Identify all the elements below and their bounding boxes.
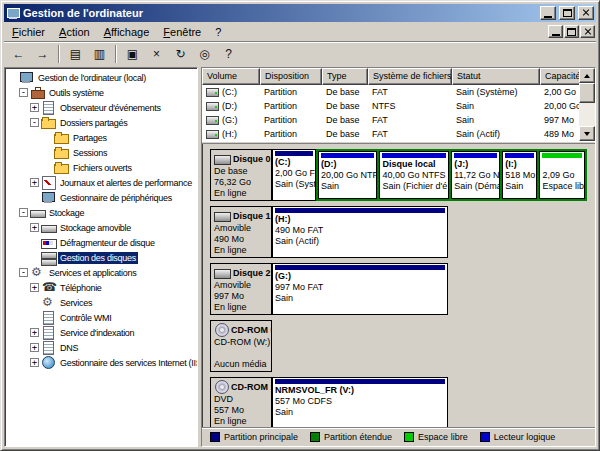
free-space-swatch — [404, 432, 414, 442]
disk-1-header[interactable]: Disque 1 Amovible 490 Mo En ligne — [210, 206, 272, 258]
legend-label: Lecteur logique — [494, 432, 556, 442]
vertical-scrollbar[interactable] — [579, 68, 595, 141]
menu-affichage[interactable]: Affichage — [97, 24, 157, 40]
export-list-button[interactable]: ▥ — [88, 44, 111, 65]
volume-row-d[interactable]: (D:) Partition De base NTFS Sain 20,00 G… — [202, 99, 595, 113]
refresh-button[interactable]: ↻ — [169, 44, 192, 65]
partition-h[interactable]: (H:) 490 Mo FAT Sain (Actif) — [272, 206, 448, 258]
partition-c[interactable]: (C:) 2,00 Go F Sain (Syst — [272, 149, 316, 201]
volume-disposition: Partition — [260, 129, 322, 139]
disk-graphical-view: Disque 0 De base 76,32 Go En ligne (C:) … — [202, 144, 595, 427]
partition-d[interactable]: (D:) 20,00 Go NTF Sain — [318, 151, 377, 199]
document-icon — [41, 326, 56, 339]
back-button[interactable]: ← — [7, 44, 30, 65]
mdi-restore-button[interactable] — [564, 25, 579, 38]
title-bar[interactable]: Gestion de l'ordinateur — [4, 4, 596, 22]
column-header-type[interactable]: Type — [322, 68, 368, 85]
properties-button[interactable]: ▣ — [121, 44, 144, 65]
tree-item-observateur-evenements[interactable]: + Observateur d'événements — [5, 100, 197, 115]
partition-disque-local[interactable]: Disque local 40,00 Go NTFS Sain (Fichier… — [379, 151, 449, 199]
expand-toggle[interactable]: + — [30, 223, 39, 232]
expand-toggle[interactable]: + — [30, 358, 39, 367]
show-tree-button[interactable]: ▤ — [64, 44, 87, 65]
disk-0-header[interactable]: Disque 0 De base 76,32 Go En ligne — [210, 149, 272, 201]
volume-list: Volume Disposition Type Système de fichi… — [202, 68, 595, 141]
expand-toggle[interactable]: - — [19, 268, 28, 277]
disk-row-disque-0: Disque 0 De base 76,32 Go En ligne (C:) … — [210, 149, 587, 201]
partition-size: 11,72 Go NTF — [454, 170, 497, 181]
column-header-disposition[interactable]: Disposition — [260, 68, 322, 85]
volume-row-h[interactable]: (H:) Partition De base FAT Sain (Actif) … — [202, 127, 595, 141]
scroll-thumb[interactable] — [579, 83, 595, 103]
tree-item-stockage[interactable]: - Stockage — [5, 205, 197, 220]
menu-fenetre[interactable]: Fenêtre — [156, 24, 208, 40]
close-button[interactable] — [578, 6, 594, 20]
delete-button[interactable]: × — [145, 44, 168, 65]
menu-aide[interactable]: ? — [208, 24, 228, 40]
partition-i[interactable]: (I:) 518 Mo Sain — [502, 151, 537, 199]
expand-toggle[interactable]: + — [30, 328, 39, 337]
restore-icon — [567, 28, 576, 36]
tree-item-dossiers-partages[interactable]: - Dossiers partagés — [5, 115, 197, 130]
tree-item-computer-management[interactable]: Gestion de l'ordinateur (local) — [5, 70, 197, 85]
expand-toggle[interactable]: + — [30, 103, 39, 112]
scroll-up-button[interactable] — [579, 68, 595, 83]
minimize-button[interactable] — [540, 6, 556, 20]
extended-partition-frame: (D:) 20,00 Go NTF Sain Disque local 40,0… — [316, 149, 587, 201]
tree-item-partages[interactable]: Partages — [5, 130, 197, 145]
tree-item-stockage-amovible[interactable]: + Stockage amovible — [5, 220, 197, 235]
expand-toggle[interactable]: - — [30, 118, 39, 127]
cdrom-1-header[interactable]: CD-ROM 1 DVD 557 Mo En ligne — [210, 377, 272, 427]
cdrom-0-header[interactable]: CD-ROM 0 CD-ROM (W:) Aucun média — [210, 320, 272, 372]
toolbar-separator — [58, 45, 60, 63]
scroll-down-button[interactable] — [579, 126, 595, 141]
menu-action[interactable]: Action — [52, 24, 97, 40]
disk-type: CD-ROM (W:) — [214, 337, 268, 348]
volume-row-g[interactable]: (G:) Partition De base FAT Sain 997 Mo — [202, 113, 595, 127]
zoom-button[interactable]: ◎ — [193, 44, 216, 65]
partition-g[interactable]: (G:) 997 Mo FAT Sain — [272, 263, 448, 315]
help-button[interactable]: ? — [217, 44, 240, 65]
tree-item-fichiers-ouverts[interactable]: Fichiers ouverts — [5, 160, 197, 175]
partition-v[interactable]: NRMSVOL_FR (V:) 557 Mo CDFS Sain — [272, 377, 448, 427]
tree-item-journaux-alertes[interactable]: + Journaux et alertes de performance — [5, 175, 197, 190]
partition-j[interactable]: (J:) 11,72 Go NTF Sain (Démarr — [451, 151, 500, 199]
tree-item-gestionnaire-peripheriques[interactable]: Gestionnaire de périphériques — [5, 190, 197, 205]
removable-drive-icon — [41, 221, 56, 234]
expand-toggle[interactable]: + — [30, 283, 39, 292]
tree-item-services[interactable]: Services — [5, 295, 197, 310]
tree-item-outils-systeme[interactable]: - Outils système — [5, 85, 197, 100]
maximize-button[interactable] — [559, 6, 575, 20]
tree-item-services-applications[interactable]: - Services et applications — [5, 265, 197, 280]
tree-item-dns[interactable]: + DNS — [5, 340, 197, 355]
column-header-statut[interactable]: Statut — [452, 68, 540, 85]
disk-2-header[interactable]: Disque 2 Amovible 997 Mo En ligne — [210, 263, 272, 315]
expand-toggle[interactable]: + — [30, 178, 39, 187]
column-header-volume[interactable]: Volume — [202, 68, 260, 85]
forward-button[interactable]: → — [31, 44, 54, 65]
free-space-box[interactable]: 2,09 Go Espace lib — [539, 151, 585, 199]
tree-item-label: Journaux et alertes de performance — [58, 177, 194, 189]
menu-fichier[interactable]: Fichier — [5, 24, 52, 40]
tree-item-iis[interactable]: + Gestionnaire des services Internet (II… — [5, 355, 197, 370]
expand-toggle[interactable]: - — [19, 88, 28, 97]
volume-row-c[interactable]: (C:) Partition De base FAT Sain (Système… — [202, 85, 595, 99]
main-area: Gestion de l'ordinateur (local) - Outils… — [4, 67, 596, 447]
tree-item-controle-wmi[interactable]: Contrôle WMI — [5, 310, 197, 325]
column-header-systeme-fichiers[interactable]: Système de fichiers — [368, 68, 452, 85]
mdi-minimize-button[interactable] — [548, 25, 563, 38]
expand-toggle[interactable]: + — [30, 343, 39, 352]
tree-item-telephonie[interactable]: + Téléphonie — [5, 280, 197, 295]
mdi-close-button[interactable] — [580, 25, 595, 38]
logical-drive-swatch — [480, 432, 490, 442]
tree-item-label: Observateur d'événements — [58, 102, 163, 114]
tree-item-gestion-disques[interactable]: Gestion des disques — [5, 250, 197, 265]
volume-fs: FAT — [368, 129, 452, 139]
tree-item-label: Sessions — [71, 147, 109, 159]
tree-item-service-indexation[interactable]: + Service d'indexation — [5, 325, 197, 340]
volume-status: Sain (Actif) — [452, 129, 540, 139]
tree-item-sessions[interactable]: Sessions — [5, 145, 197, 160]
expand-toggle[interactable]: - — [19, 208, 28, 217]
tree-item-defragmenteur[interactable]: Défragmenteur de disque — [5, 235, 197, 250]
computer-management-window: Gestion de l'ordinateur Fichier Action A… — [0, 0, 600, 451]
